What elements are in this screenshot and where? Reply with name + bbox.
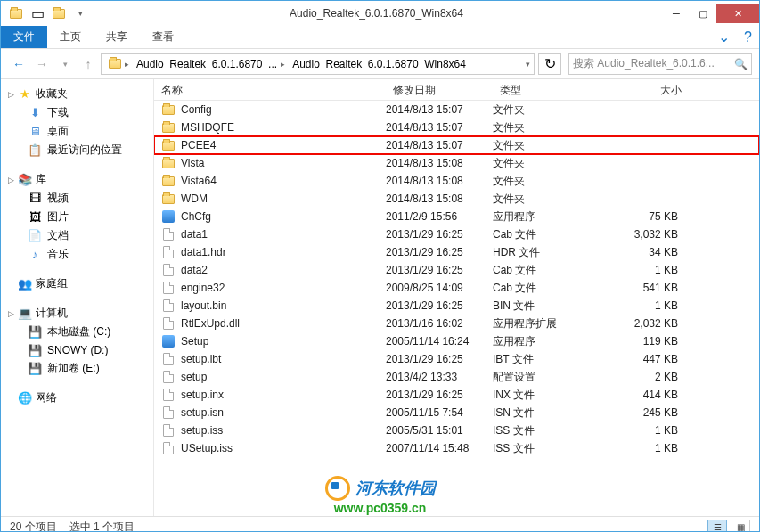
help-icon[interactable]: ? — [737, 29, 759, 45]
file-name: setup.isn — [181, 406, 224, 419]
table-row[interactable]: setup.ibt2013/1/29 16:25IBT 文件447 KB — [154, 350, 759, 368]
tab-share[interactable]: 共享 — [94, 26, 140, 48]
qat-dropdown-icon[interactable]: ▾ — [70, 4, 90, 23]
sidebar-computer[interactable]: ▷💻计算机 — [1, 304, 153, 323]
table-row[interactable]: setup.inx2013/1/29 16:25INX 文件414 KB — [154, 386, 759, 404]
file-size: 75 KB — [600, 210, 689, 223]
sidebar-item-desktop[interactable]: 🖥桌面 — [1, 122, 153, 141]
sidebar-favorites[interactable]: ▷★收藏夹 — [1, 85, 153, 103]
new-folder-icon[interactable] — [49, 4, 69, 23]
maximize-button[interactable]: ▢ — [690, 4, 716, 23]
table-row[interactable]: Setup2005/11/14 16:24应用程序119 KB — [154, 332, 759, 350]
sidebar-libraries[interactable]: ▷📚库 — [1, 170, 153, 189]
column-size[interactable]: 大小 — [600, 79, 689, 100]
sidebar-item-recent[interactable]: 📋最近访问的位置 — [1, 141, 153, 160]
column-name[interactable]: 名称 — [154, 79, 386, 100]
file-type: 应用程序 — [493, 209, 600, 225]
sidebar-item-drive-e[interactable]: 💾新加卷 (E:) — [1, 359, 153, 378]
file-name: USetup.iss — [181, 442, 233, 454]
file-rows: Config2014/8/13 15:07文件夹MSHDQFE2014/8/13… — [154, 101, 759, 516]
file-size: 1 KB — [600, 442, 689, 454]
file-date: 2014/8/13 15:08 — [386, 192, 493, 205]
table-row[interactable]: engine322009/8/25 14:09Cab 文件541 KB — [154, 279, 759, 297]
table-row[interactable]: data1.hdr2013/1/29 16:25HDR 文件34 KB — [154, 243, 759, 261]
minimize-button[interactable]: ─ — [663, 4, 690, 23]
file-date: 2013/4/2 13:33 — [386, 371, 493, 383]
view-icons-button[interactable]: ▦ — [731, 520, 750, 533]
file-icon — [161, 282, 176, 294]
history-dropdown-icon[interactable]: ▾ — [54, 53, 76, 75]
main-area: ▷★收藏夹 ⬇下载 🖥桌面 📋最近访问的位置 ▷📚库 🎞视频 🖼图片 📄文档 ♪… — [1, 79, 759, 516]
tab-view[interactable]: 查看 — [140, 26, 186, 48]
refresh-button[interactable]: ↻ — [538, 53, 561, 75]
file-icon — [161, 353, 176, 365]
path-segment-1[interactable]: Audio_Realtek_6.0.1.6870_... ▸ — [133, 58, 289, 70]
table-row[interactable]: PCEE42014/8/13 15:07文件夹 — [154, 136, 759, 154]
table-row[interactable]: USetup.iss2007/11/14 15:48ISS 文件1 KB — [154, 439, 759, 457]
file-size: 2 KB — [600, 371, 689, 383]
table-row[interactable]: Vista2014/8/13 15:08文件夹 — [154, 154, 759, 172]
table-row[interactable]: setup.iss2005/5/31 15:01ISS 文件1 KB — [154, 422, 759, 439]
file-name: RtlExUpd.dll — [181, 317, 240, 330]
file-type: ISN 文件 — [493, 405, 600, 421]
file-date: 2013/1/29 16:25 — [386, 228, 493, 241]
address-dropdown-icon[interactable]: ▾ — [526, 60, 530, 69]
sidebar-item-documents[interactable]: 📄文档 — [1, 226, 153, 245]
sidebar-homegroup[interactable]: ▷👥家庭组 — [1, 274, 153, 293]
column-type[interactable]: 类型 — [493, 79, 600, 100]
back-button[interactable]: ← — [8, 53, 29, 75]
tab-file[interactable]: 文件 — [1, 26, 47, 48]
file-date: 2014/8/13 15:07 — [386, 139, 493, 151]
up-button[interactable]: ↑ — [78, 53, 99, 75]
sidebar-item-music[interactable]: ♪音乐 — [1, 245, 153, 264]
file-date: 2014/8/13 15:07 — [386, 103, 493, 116]
navigation-bar: ← → ▾ ↑ ▸ Audio_Realtek_6.0.1.6870_... ▸… — [1, 49, 759, 79]
forward-button[interactable]: → — [31, 53, 53, 75]
sidebar-network[interactable]: ▷🌐网络 — [1, 389, 153, 407]
column-date[interactable]: 修改日期 — [386, 79, 493, 100]
window-controls: ─ ▢ ✕ — [663, 4, 759, 23]
folder-icon — [161, 192, 176, 205]
sidebar-item-downloads[interactable]: ⬇下载 — [1, 103, 153, 122]
file-icon — [161, 228, 176, 241]
table-row[interactable]: ChCfg2011/2/9 15:56应用程序75 KB — [154, 208, 759, 225]
file-type: ISS 文件 — [493, 423, 600, 438]
path-segment-2[interactable]: Audio_Realtek_6.0.1.6870_Win8x64 — [289, 58, 470, 70]
table-row[interactable]: WDM2014/8/13 15:08文件夹 — [154, 190, 759, 208]
file-type: BIN 文件 — [493, 299, 600, 314]
file-type: 配置设置 — [493, 370, 600, 385]
sidebar-item-pictures[interactable]: 🖼图片 — [1, 208, 153, 226]
tab-home[interactable]: 主页 — [47, 26, 94, 48]
table-row[interactable]: setup.isn2005/11/15 7:54ISN 文件245 KB — [154, 404, 759, 422]
table-row[interactable]: layout.bin2013/1/29 16:25BIN 文件1 KB — [154, 297, 759, 315]
file-icon — [161, 246, 176, 258]
file-type: 应用程序扩展 — [493, 316, 600, 331]
sidebar-item-drive-c[interactable]: 💾本地磁盘 (C:) — [1, 323, 153, 341]
folder-icon — [161, 175, 176, 187]
search-icon: 🔍 — [734, 58, 748, 70]
table-row[interactable]: Config2014/8/13 15:07文件夹 — [154, 101, 759, 119]
status-selected-count: 选中 1 个项目 — [69, 520, 135, 532]
file-name: PCEE4 — [181, 139, 216, 151]
exe-icon — [161, 335, 176, 348]
status-item-count: 20 个项目 — [10, 520, 57, 532]
file-icon — [161, 424, 176, 437]
close-button[interactable]: ✕ — [716, 4, 759, 23]
file-date: 2013/1/29 16:25 — [386, 389, 493, 401]
table-row[interactable]: MSHDQFE2014/8/13 15:07文件夹 — [154, 119, 759, 136]
table-row[interactable]: setup2013/4/2 13:33配置设置2 KB — [154, 368, 759, 386]
file-name: data2 — [181, 264, 208, 276]
table-row[interactable]: data12013/1/29 16:25Cab 文件3,032 KB — [154, 225, 759, 243]
table-row[interactable]: Vista642014/8/13 15:08文件夹 — [154, 172, 759, 190]
path-root-icon[interactable]: ▸ — [105, 59, 133, 69]
sidebar-item-drive-d[interactable]: 💾SNOWY (D:) — [1, 341, 153, 359]
table-row[interactable]: RtlExUpd.dll2013/1/16 16:02应用程序扩展2,032 K… — [154, 315, 759, 332]
search-input[interactable]: 搜索 Audio_Realtek_6.0.1.6... 🔍 — [568, 53, 752, 75]
address-bar[interactable]: ▸ Audio_Realtek_6.0.1.6870_... ▸ Audio_R… — [101, 53, 535, 75]
view-details-button[interactable]: ☰ — [707, 520, 727, 533]
file-icon — [161, 299, 176, 312]
properties-icon[interactable]: ▭ — [28, 4, 47, 23]
expand-ribbon-icon[interactable]: ⌄ — [711, 29, 737, 45]
sidebar-item-videos[interactable]: 🎞视频 — [1, 189, 153, 208]
table-row[interactable]: data22013/1/29 16:25Cab 文件1 KB — [154, 261, 759, 279]
